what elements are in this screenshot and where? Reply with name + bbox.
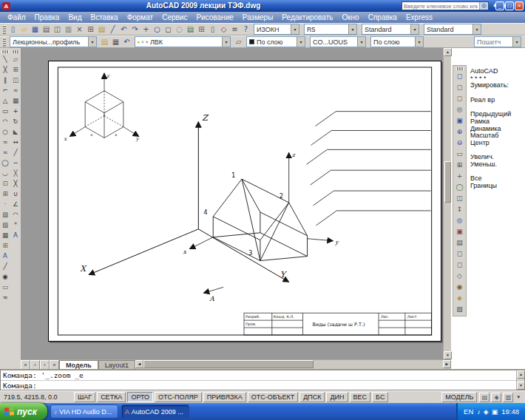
array-icon[interactable]: ▦ <box>11 95 21 106</box>
search-input[interactable] <box>402 2 479 10</box>
toolbar-grip[interactable] <box>12 50 19 53</box>
move-icon[interactable]: + <box>11 106 21 116</box>
wipeout-icon[interactable]: ▭ <box>1 282 10 292</box>
mtext-icon[interactable]: A <box>1 251 10 261</box>
redo-icon[interactable]: ↷ <box>129 24 140 35</box>
join-icon[interactable]: ∪ <box>11 189 21 199</box>
spline-icon[interactable]: ≈ <box>1 147 10 158</box>
zoom-in-icon[interactable]: ⊕ <box>455 126 464 137</box>
ray-icon[interactable]: ╱ <box>1 261 10 271</box>
scroll-up-icon[interactable]: ▲ <box>444 48 452 56</box>
color-combo[interactable]: По слою ▾ <box>246 36 305 47</box>
construction-line-icon[interactable]: ╳ <box>1 64 10 75</box>
via-audio-task-button[interactable]: ♪ VIA HD Audio D... <box>50 404 118 419</box>
restore-button[interactable]: □ <box>505 1 514 10</box>
screen-menu-item[interactable]: * * * * <box>470 75 525 83</box>
chamfer-icon[interactable]: ∠ <box>11 199 21 209</box>
copy-icon[interactable]: ⊞ <box>85 24 96 35</box>
scrollbar-thumb[interactable] <box>444 161 451 203</box>
layer-state-icon[interactable]: ◐ <box>141 39 144 44</box>
horizontal-scrollbar[interactable]: ◀ ▶ <box>135 360 451 369</box>
start-button[interactable]: пуск <box>0 403 47 420</box>
stretch-icon[interactable]: ↔ <box>11 137 21 147</box>
match-properties-icon[interactable]: ╱ <box>107 24 118 35</box>
screen-menu-item[interactable]: Увелич. <box>470 154 525 161</box>
named-views-icon[interactable]: ▤ <box>455 237 464 248</box>
tab-nav-arrow[interactable]: » <box>50 360 59 370</box>
toolbar-grip[interactable] <box>3 38 6 47</box>
scroll-down-icon[interactable]: ▼ <box>444 351 452 359</box>
screen-menu-item[interactable]: Предыдущий <box>470 111 525 118</box>
tab-nav-arrow[interactable]: ‹ <box>30 360 40 370</box>
make-object-layer-icon[interactable]: ▱ <box>233 36 244 47</box>
open-icon[interactable]: ▱ <box>18 24 30 35</box>
screen-menu-item[interactable]: Все <box>470 175 525 183</box>
table-style-combo[interactable]: Standard ▾ <box>362 24 419 35</box>
ellipse-icon[interactable]: ◯ <box>1 158 10 168</box>
walk-icon[interactable]: ↕ <box>455 203 464 214</box>
coordinates-readout[interactable]: 719.5, 4215.8, 0.0 <box>4 393 72 401</box>
menu-item[interactable]: Вид <box>64 13 86 22</box>
plot-icon[interactable]: ▤ <box>41 24 52 35</box>
status-toggle-button[interactable]: ВЕС <box>350 392 371 402</box>
text-style-combo[interactable]: R5 ▾ <box>304 24 357 35</box>
polyline-icon[interactable]: ⌐ <box>1 85 10 95</box>
erase-icon[interactable]: ▱ <box>11 54 21 64</box>
point-icon[interactable]: · <box>1 199 10 209</box>
polygon-icon[interactable]: △ <box>1 95 10 106</box>
clock[interactable]: 19:48 <box>501 407 519 416</box>
menu-item[interactable]: Вставка <box>86 13 122 22</box>
lineweight-combo[interactable]: По слою ▾ <box>370 36 424 47</box>
menu-item[interactable]: Сервис <box>158 13 192 22</box>
circle-icon[interactable]: ○ <box>1 126 10 137</box>
screen-menu-item[interactable]: Масштаб <box>470 132 525 140</box>
show-motion-icon[interactable]: ▣ <box>455 226 464 237</box>
camera-icon[interactable]: ◫ <box>455 192 464 203</box>
scroll-right-icon[interactable]: ▶ <box>443 360 451 368</box>
copy-object-icon[interactable]: ⊞ <box>11 64 21 75</box>
status-toggle-button[interactable]: СЕТКА <box>97 392 126 402</box>
cut-icon[interactable]: × <box>74 24 85 35</box>
tab-layout1[interactable]: Layout1 <box>98 360 135 369</box>
explode-icon[interactable]: * <box>11 220 21 230</box>
menu-item[interactable]: Рисование <box>192 13 237 22</box>
pan-icon[interactable]: + <box>140 24 152 35</box>
zoom-out-icon[interactable]: ⊖ <box>455 137 464 148</box>
scale-icon[interactable]: ◣ <box>11 126 21 137</box>
layer-combo[interactable]: ●◐▪ ЛВК ▾ <box>135 36 231 47</box>
save-icon[interactable]: ▦ <box>30 24 41 35</box>
pan-realtime-icon[interactable]: + <box>455 170 464 181</box>
network-icon[interactable]: ◈ <box>484 408 489 416</box>
screen-menu-item[interactable] <box>470 104 525 111</box>
status-toggle-button[interactable]: ОТС-ОБЪЕКТ <box>248 392 298 402</box>
scrollbar-thumb[interactable] <box>143 360 314 368</box>
plot-preview-icon[interactable]: ◫ <box>52 24 63 35</box>
trim-icon[interactable]: ╱ <box>11 147 21 158</box>
helix-icon[interactable]: ≈ <box>1 292 10 302</box>
undo-icon[interactable]: ↶ <box>118 24 129 35</box>
line-icon[interactable]: ╲ <box>1 54 10 64</box>
status-toggle-button[interactable]: ПРИВЯЗКА <box>203 392 246 402</box>
status-toggle-button[interactable]: ДИН <box>326 392 348 402</box>
fillet-icon[interactable]: ◠ <box>11 209 21 220</box>
screen-menu-item[interactable]: Динамика <box>470 126 525 133</box>
status-menu-arrow-icon[interactable]: ▾ <box>515 394 521 400</box>
designcenter-icon[interactable]: ⊞ <box>196 24 207 35</box>
break-point-icon[interactable]: ╳ <box>11 168 21 178</box>
offset-icon[interactable]: ≈ <box>11 85 21 95</box>
zoom-previous-icon[interactable]: ◌ <box>174 24 185 35</box>
menu-item[interactable]: Окно <box>337 13 363 22</box>
quickcalc-icon[interactable]: ≡ <box>229 24 240 35</box>
paste-icon[interactable]: ▤ <box>96 24 107 35</box>
help-icon[interactable]: ? <box>240 24 251 35</box>
break-icon[interactable]: ╳ <box>11 178 21 189</box>
ellipse-arc-icon[interactable]: ◡ <box>1 168 10 178</box>
top-view-icon[interactable]: ◻ <box>455 259 464 270</box>
properties-icon[interactable]: ▤ <box>185 24 196 35</box>
screen-menu-item[interactable] <box>470 169 525 176</box>
title-bar[interactable]: A AutoCAD 2009 лекции ТЭФ.dwg ◎ ★ ◈ _ □ … <box>0 0 525 12</box>
orbit-icon[interactable]: ◯ <box>455 181 464 192</box>
screen-menu-item[interactable]: Реал вр <box>470 97 525 104</box>
text-icon[interactable]: A <box>11 230 21 240</box>
status-toggle-button[interactable]: ДПСК <box>299 392 325 402</box>
